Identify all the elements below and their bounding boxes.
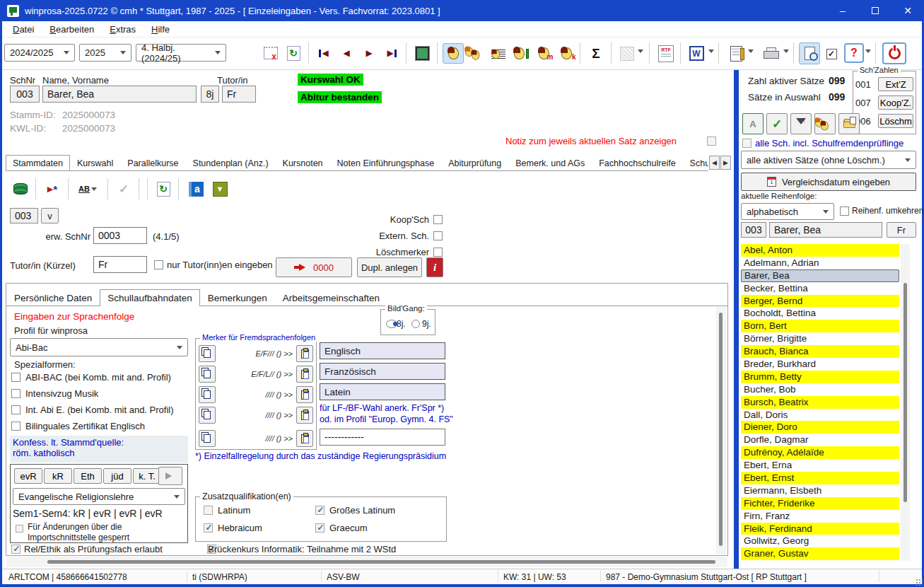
bildgang-8j-radio[interactable] — [386, 320, 397, 328]
panel-vscrollbar[interactable] — [716, 307, 726, 554]
spezialform-option[interactable]: Intensivzug Musik — [11, 388, 174, 399]
religion-button[interactable]: Eth — [74, 468, 102, 484]
language-1-field[interactable]: Englisch — [320, 342, 445, 359]
list-item[interactable]: Fichter, Friderike — [741, 497, 899, 510]
list-item[interactable]: Bocholdt, Bettina — [741, 307, 899, 320]
v-button[interactable]: v — [41, 208, 59, 223]
filter-a-button[interactable]: A — [742, 113, 764, 134]
religion-apply-button[interactable] — [158, 467, 182, 485]
tab-main-8[interactable]: Fachhochschulreife — [592, 155, 682, 170]
vergleichsdatum-button[interactable]: 1Vergleichsdatum eingeben — [741, 173, 916, 191]
satz-filter-select[interactable]: alle aktiven Sätze (ohne Löschm.) — [741, 151, 916, 169]
menu-datei[interactable]: Datei — [5, 23, 42, 36]
list-item[interactable]: Born, Bert — [741, 320, 899, 332]
tab-main-0[interactable]: Stammdaten — [6, 155, 70, 171]
spezialform-option[interactable]: Int. Abi E. (bei Komb. mit and. Profil) — [11, 405, 174, 415]
gang-field[interactable]: 8j — [201, 86, 219, 103]
close-window-button[interactable] — [260, 42, 281, 64]
tab-main-1[interactable]: Kurswahl — [70, 155, 120, 170]
word-button[interactable]: W — [686, 43, 707, 64]
checkbox[interactable] — [11, 373, 21, 382]
help-caret[interactable] — [864, 47, 872, 56]
checkbox[interactable] — [204, 506, 213, 515]
list-item[interactable]: Berger, Bernd — [741, 295, 899, 308]
import-button[interactable]: ▼ — [209, 178, 230, 199]
tab-scroll-right[interactable]: ▶ — [720, 156, 731, 170]
filter-button[interactable] — [790, 113, 812, 134]
school-year-select[interactable]: 2024/2025 — [4, 44, 75, 62]
erw-schnr-field[interactable]: 0003 — [93, 227, 147, 244]
list-item[interactable]: Adelmann, Adrian — [741, 257, 899, 269]
list-item[interactable]: Dufrénoy, Adélaïde — [741, 446, 899, 459]
bildgang-9j-radio[interactable] — [411, 320, 420, 328]
menu-hilfe[interactable]: Hilfe — [144, 23, 177, 36]
student-m-button[interactable]: m — [533, 43, 554, 64]
checkbox[interactable] — [11, 389, 21, 398]
help-button[interactable]: ? — [844, 43, 864, 63]
umkehren-checkbox[interactable] — [840, 207, 849, 216]
language-3-field[interactable]: Latein — [320, 383, 445, 400]
report-caret[interactable] — [747, 47, 755, 56]
list-item[interactable]: Abel, Anton — [741, 244, 899, 257]
schzahlen-button[interactable]: Ext'Z — [878, 77, 913, 91]
list-item[interactable]: Brauch, Bianca — [741, 345, 899, 358]
font-button[interactable]: AB — [74, 178, 103, 199]
record-id-field[interactable]: 003 — [10, 208, 38, 223]
paste-button[interactable] — [296, 366, 313, 383]
preview-button[interactable] — [799, 42, 820, 64]
paste-button[interactable] — [296, 407, 313, 424]
list-item[interactable]: Brumm, Betty — [741, 371, 899, 383]
list-item[interactable]: Dorfle, Dagmar — [741, 434, 899, 446]
copy-button[interactable] — [199, 407, 216, 424]
list-item[interactable]: Breder, Burkhard — [741, 358, 899, 371]
exit-button[interactable] — [882, 42, 906, 64]
copy-button[interactable] — [199, 366, 216, 383]
student-edit-button[interactable] — [510, 43, 532, 64]
religion-button[interactable]: jüd — [103, 468, 131, 484]
extern-checkbox[interactable] — [433, 231, 443, 240]
list-item[interactable]: Börner, Brigitte — [741, 332, 899, 345]
tab-scroll-left[interactable]: ◀ — [709, 156, 720, 170]
list-item[interactable]: Diener, Doro — [741, 421, 899, 434]
list-item[interactable]: Gollwitz, Georg — [741, 535, 899, 547]
menu-bearbeiten[interactable]: Bearbeiten — [42, 23, 102, 36]
maximize-button[interactable] — [859, 0, 891, 21]
list-item[interactable]: Becker, Bettina — [741, 282, 899, 295]
notice-checkbox[interactable] — [707, 136, 716, 146]
tab-main-5[interactable]: Noten Einführungsphase — [330, 155, 442, 170]
profil-select[interactable]: Abi-Bac — [10, 338, 188, 356]
tutor-field[interactable]: Fr — [222, 86, 256, 103]
refresh-button[interactable]: ↻ — [283, 42, 304, 64]
reload-button[interactable]: ↻ — [153, 178, 174, 199]
sum-button[interactable]: Σ — [585, 43, 607, 64]
list-item[interactable]: Eiermann, Elsbeth — [741, 484, 899, 497]
year-select[interactable]: 2025 — [79, 44, 131, 62]
zusatz-option[interactable]: Hebraicum — [204, 523, 315, 533]
database-button[interactable] — [10, 178, 31, 199]
group-button[interactable] — [814, 113, 836, 134]
tab-main-4[interactable]: Kursnoten — [276, 155, 330, 170]
export-folder-button[interactable] — [838, 113, 860, 134]
zusatz-option[interactable]: Graecum — [315, 523, 440, 533]
zusatz-option[interactable]: Latinum — [204, 505, 315, 516]
word-caret[interactable] — [707, 47, 715, 56]
list-item[interactable]: Firn, Franz — [741, 510, 899, 523]
nav-prev-button[interactable]: ◀ — [337, 44, 356, 62]
new-record-button[interactable]: ▶* — [41, 178, 64, 199]
koop-checkbox[interactable] — [433, 215, 443, 224]
tutor-kuerzel-field[interactable]: Fr — [93, 256, 147, 273]
name-field[interactable]: Barer, Bea — [42, 86, 197, 103]
list-item[interactable]: Bursch, Beatrix — [741, 396, 899, 409]
report-button[interactable] — [725, 42, 747, 64]
schnr-field[interactable]: 003 — [10, 86, 40, 103]
rtf-button[interactable]: RTF — [655, 42, 677, 64]
import-lock-checkbox[interactable] — [16, 525, 23, 533]
tab-inner-0[interactable]: Persönliche Daten — [6, 289, 100, 306]
nav-next-button[interactable]: ▶ — [359, 44, 379, 62]
tab-inner-3[interactable]: Arbeitsgemeinschaften — [275, 289, 387, 306]
student-list-button[interactable] — [488, 43, 509, 64]
spezialform-option[interactable]: Bilinguales Zertifikat Englisch — [11, 421, 174, 431]
copy-button[interactable] — [199, 430, 216, 447]
schzahlen-button[interactable]: Koop'Z. — [878, 95, 913, 110]
religion-button[interactable]: k. T. — [133, 468, 161, 484]
